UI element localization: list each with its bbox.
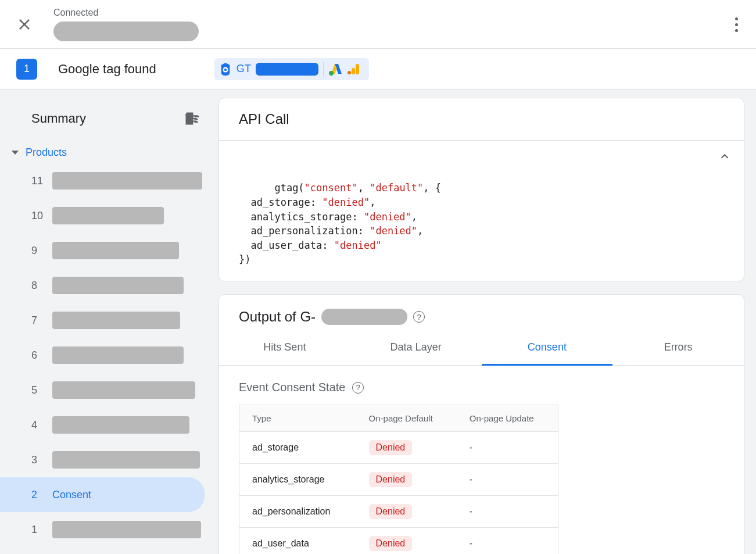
consent-section-header: Event Consent State ? xyxy=(239,381,724,394)
event-item[interactable]: 2Consent xyxy=(0,477,205,512)
consent-section: Event Consent State ? TypeOn-page Defaul… xyxy=(219,366,744,554)
summary-row[interactable]: Summary xyxy=(0,105,215,133)
tab-consent[interactable]: Consent xyxy=(482,331,613,366)
chip-divider xyxy=(323,62,324,77)
top-bar: Connected xyxy=(0,0,756,49)
event-item[interactable]: 8 xyxy=(0,268,215,303)
tag-chip[interactable]: GT xyxy=(214,58,370,80)
table-header: On-page Default xyxy=(356,405,457,432)
api-call-header: API Call xyxy=(219,98,744,141)
close-icon[interactable] xyxy=(16,16,33,33)
output-id-redacted xyxy=(321,309,407,325)
sidebar-section-title: Products xyxy=(26,146,67,159)
status-badge: Denied xyxy=(369,472,413,487)
help-icon[interactable]: ? xyxy=(352,382,364,394)
event-item[interactable]: 4 xyxy=(0,408,215,442)
status-badge: Denied xyxy=(369,504,413,519)
table-row: ad_personalizationDenied- xyxy=(239,496,558,528)
table-header: On-page Update xyxy=(457,405,558,432)
consent-default: Denied xyxy=(356,528,457,554)
table-header: Type xyxy=(239,405,356,432)
google-ads-icon xyxy=(328,62,342,76)
event-label-redacted xyxy=(52,521,201,538)
connection-info: Connected xyxy=(53,8,199,41)
event-label-redacted xyxy=(52,346,184,364)
tab-errors[interactable]: Errors xyxy=(612,331,744,365)
svg-rect-11 xyxy=(195,116,199,117)
consent-update: - xyxy=(457,432,558,464)
main-panel: API Call gtag("consent", "default", { ad… xyxy=(215,90,756,554)
svg-point-7 xyxy=(347,71,351,74)
chevron-up-icon[interactable] xyxy=(718,150,731,163)
api-call-card: API Call gtag("consent", "default", { ad… xyxy=(218,98,744,281)
consent-table: TypeOn-page DefaultOn-page Update ad_sto… xyxy=(239,405,558,554)
consent-default: Denied xyxy=(356,464,457,496)
event-item[interactable]: 1 xyxy=(0,512,215,547)
tag-found-bar: 1 Google tag found GT xyxy=(0,49,756,90)
consent-default: Denied xyxy=(356,432,457,464)
tab-hits-sent[interactable]: Hits Sent xyxy=(219,331,350,365)
consent-update: - xyxy=(457,496,558,528)
sidebar: Summary Products 111098765432Consent1 xyxy=(0,90,215,554)
google-tag-icon xyxy=(219,62,232,77)
consent-section-title: Event Consent State xyxy=(239,381,345,394)
event-list: 111098765432Consent1 xyxy=(0,163,215,547)
event-number: 11 xyxy=(31,175,44,187)
event-number: 3 xyxy=(31,454,44,466)
event-number: 4 xyxy=(31,419,44,431)
consent-type: ad_user_data xyxy=(239,528,356,554)
body: Summary Products 111098765432Consent1 xyxy=(0,90,756,554)
event-label-redacted xyxy=(52,207,164,224)
summary-title: Summary xyxy=(31,111,184,126)
event-item[interactable]: 11 xyxy=(0,163,215,198)
gt-prefix: GT xyxy=(237,63,252,75)
event-number: 10 xyxy=(31,210,44,222)
event-label-redacted xyxy=(52,451,200,469)
event-item[interactable]: 3 xyxy=(0,442,215,477)
consent-type: analytics_storage xyxy=(239,464,356,496)
event-item[interactable]: 6 xyxy=(0,338,215,373)
event-number: 2 xyxy=(31,489,44,501)
consent-default: Denied xyxy=(356,496,457,528)
clear-all-icon[interactable] xyxy=(184,110,200,127)
table-row: analytics_storageDenied- xyxy=(239,464,558,496)
status-badge: Denied xyxy=(369,440,413,455)
event-item[interactable]: 9 xyxy=(0,233,215,268)
event-label-redacted xyxy=(52,416,189,434)
output-tabs: Hits SentData LayerConsentErrors xyxy=(219,331,744,366)
tab-data-layer[interactable]: Data Layer xyxy=(350,331,482,365)
svg-point-3 xyxy=(224,68,227,71)
output-title-row: Output of G- ? xyxy=(219,295,744,331)
event-number: 9 xyxy=(31,245,44,257)
table-row: ad_storageDenied- xyxy=(239,432,558,464)
sidebar-section-header[interactable]: Products xyxy=(0,133,215,163)
event-item[interactable]: 10 xyxy=(0,198,215,233)
output-card: Output of G- ? Hits SentData LayerConsen… xyxy=(218,294,744,554)
event-item[interactable]: 5 xyxy=(0,373,215,408)
consent-update: - xyxy=(457,528,558,554)
event-label-redacted xyxy=(52,312,180,329)
api-call-title: API Call xyxy=(239,111,724,127)
event-label-redacted xyxy=(52,381,195,399)
chevron-down-icon xyxy=(12,151,19,155)
connected-label: Connected xyxy=(53,8,199,18)
svg-rect-13 xyxy=(195,121,198,123)
tag-id-redacted xyxy=(256,63,318,76)
event-number: 1 xyxy=(31,524,44,536)
event-number: 5 xyxy=(31,384,44,396)
tag-found-title: Google tag found xyxy=(58,62,156,77)
google-analytics-icon xyxy=(347,62,361,76)
event-label-redacted xyxy=(52,242,179,259)
tag-count-badge: 1 xyxy=(16,59,37,80)
help-icon[interactable]: ? xyxy=(413,311,425,323)
api-call-code: gtag("consent", "default", { ad_storage:… xyxy=(219,141,744,281)
table-row: ad_user_dataDenied- xyxy=(239,528,558,554)
consent-type: ad_personalization xyxy=(239,496,356,528)
consent-update: - xyxy=(457,464,558,496)
svg-rect-8 xyxy=(186,115,194,124)
more-menu-icon[interactable] xyxy=(729,13,743,36)
svg-rect-5 xyxy=(356,64,359,74)
event-item[interactable]: 7 xyxy=(0,303,215,338)
svg-point-4 xyxy=(329,71,334,76)
svg-rect-6 xyxy=(352,68,355,74)
